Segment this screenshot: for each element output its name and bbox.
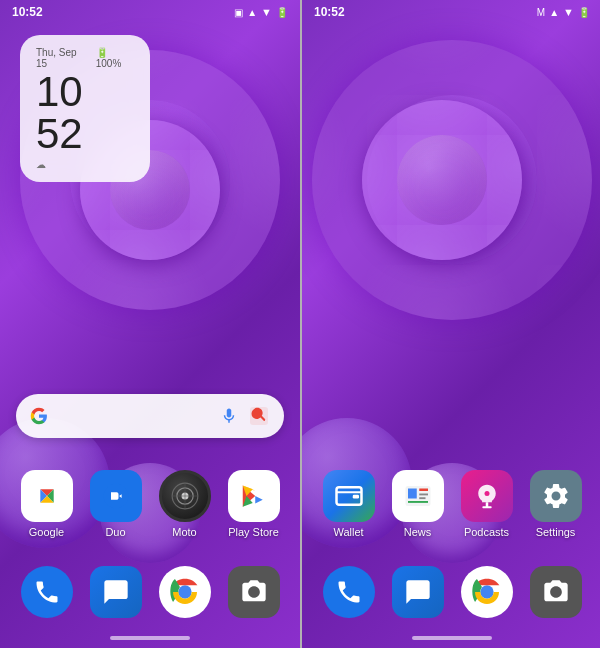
dock-messages-left[interactable]	[85, 566, 146, 618]
ring-small-right	[362, 100, 522, 260]
wallet-svg	[334, 481, 364, 511]
dock-messages-right[interactable]	[387, 566, 448, 618]
moto-status-icon: M	[537, 7, 545, 18]
signal-icon: ▲	[247, 7, 257, 18]
phone-icon-right	[335, 578, 363, 606]
app-item-duo[interactable]: Duo	[85, 470, 146, 538]
app-label-google: Google	[29, 526, 64, 538]
svg-point-19	[484, 491, 489, 496]
app-item-playstore[interactable]: Play Store	[223, 470, 284, 538]
dock-chrome-right[interactable]	[456, 566, 517, 618]
news-svg	[403, 481, 433, 511]
dock-icon-chrome-right[interactable]	[461, 566, 513, 618]
svg-rect-9	[352, 495, 358, 499]
svg-point-7	[178, 585, 191, 598]
bg-decoration-right	[302, 0, 600, 648]
status-bar-left: 10:52 ▣ ▲ ▼ 🔋	[0, 0, 300, 24]
app-item-settings[interactable]: Settings	[525, 470, 586, 538]
dock-phone-right[interactable]	[318, 566, 379, 618]
svg-rect-16	[408, 501, 428, 503]
svg-rect-14	[419, 494, 428, 496]
app-icon-google[interactable]	[21, 470, 73, 522]
right-screen: 10:52 M ▲ ▼ 🔋 Wallet	[302, 0, 600, 648]
app-icon-settings[interactable]	[530, 470, 582, 522]
signal-icon-right: ▲	[549, 7, 559, 18]
weather-icon: ☁	[36, 159, 46, 170]
app-grid-right: Wallet News	[318, 470, 586, 538]
app-label-playstore: Play Store	[228, 526, 279, 538]
clock-minute: 52	[36, 113, 134, 155]
clock-time: 10 52	[36, 71, 134, 155]
app-item-moto[interactable]: Moto	[154, 470, 215, 538]
status-time-left: 10:52	[12, 5, 43, 19]
left-screen: 10:52 ▣ ▲ ▼ 🔋 Thu, Sep 15 🔋 100% 10 52 ☁	[0, 0, 300, 648]
app-icon-duo[interactable]	[90, 470, 142, 522]
chrome-icon-right	[471, 576, 503, 608]
google-g-logo	[30, 407, 48, 425]
app-icon-podcasts[interactable]	[461, 470, 513, 522]
camera-icon	[240, 578, 268, 606]
settings-svg	[541, 481, 571, 511]
dock-icon-phone-left[interactable]	[21, 566, 73, 618]
dock-chrome-left[interactable]	[154, 566, 215, 618]
app-label-duo: Duo	[105, 526, 125, 538]
messages-icon	[102, 578, 130, 606]
status-icons-left: ▣ ▲ ▼ 🔋	[234, 6, 288, 18]
svg-rect-12	[408, 489, 417, 499]
app-icon-news[interactable]	[392, 470, 444, 522]
status-bar-right: 10:52 M ▲ ▼ 🔋	[302, 0, 600, 24]
duo-svg	[101, 481, 131, 511]
notification-icon: ▣	[234, 7, 243, 18]
app-label-podcasts: Podcasts	[464, 526, 509, 538]
dock-icon-camera-right[interactable]	[530, 566, 582, 618]
wifi-icon-right: ▼	[563, 6, 574, 18]
app-item-wallet[interactable]: Wallet	[318, 470, 379, 538]
chrome-icon	[169, 576, 201, 608]
dock-camera-left[interactable]	[223, 566, 284, 618]
app-icon-moto[interactable]	[159, 470, 211, 522]
dock-icon-chrome-left[interactable]	[159, 566, 211, 618]
dock-icon-messages-left[interactable]	[90, 566, 142, 618]
dock-camera-right[interactable]	[525, 566, 586, 618]
search-lens-button[interactable]	[248, 405, 270, 427]
clock-widget: Thu, Sep 15 🔋 100% 10 52 ☁	[20, 35, 150, 182]
clock-date-text: Thu, Sep 15	[36, 47, 88, 69]
lens-icon	[250, 407, 268, 425]
dock-icon-camera-left[interactable]	[228, 566, 280, 618]
clock-weather: ☁	[36, 159, 134, 170]
phone-icon	[33, 578, 61, 606]
status-icons-right: M ▲ ▼ 🔋	[537, 6, 590, 18]
app-item-podcasts[interactable]: Podcasts	[456, 470, 517, 538]
dock-icon-messages-right[interactable]	[392, 566, 444, 618]
app-label-settings: Settings	[536, 526, 576, 538]
app-label-news: News	[404, 526, 432, 538]
clock-hour: 10	[36, 71, 134, 113]
status-time-right: 10:52	[314, 5, 345, 19]
home-indicator-right[interactable]	[412, 636, 492, 640]
dock-icon-phone-right[interactable]	[323, 566, 375, 618]
app-item-google[interactable]: Google	[16, 470, 77, 538]
mic-icon	[220, 407, 238, 425]
search-mic-button[interactable]	[218, 405, 240, 427]
podcasts-svg	[472, 481, 502, 511]
messages-icon-right	[404, 578, 432, 606]
app-item-news[interactable]: News	[387, 470, 448, 538]
app-label-wallet: Wallet	[333, 526, 363, 538]
search-bar-left[interactable]	[16, 394, 284, 438]
app-icon-wallet[interactable]	[323, 470, 375, 522]
svg-point-20	[480, 585, 493, 598]
battery-percent: 🔋 100%	[96, 47, 134, 69]
moto-svg	[171, 482, 199, 510]
wifi-icon: ▼	[261, 6, 272, 18]
ring-large-right	[312, 40, 592, 320]
playstore-svg	[239, 481, 269, 511]
home-indicator-left[interactable]	[110, 636, 190, 640]
app-label-moto: Moto	[172, 526, 196, 538]
app-icon-playstore[interactable]	[228, 470, 280, 522]
svg-rect-13	[419, 489, 428, 492]
battery-icon-left: 🔋	[276, 7, 288, 18]
svg-rect-15	[419, 497, 425, 499]
dock-phone-left[interactable]	[16, 566, 77, 618]
battery-icon-right: 🔋	[578, 7, 590, 18]
clock-date: Thu, Sep 15 🔋 100%	[36, 47, 134, 69]
